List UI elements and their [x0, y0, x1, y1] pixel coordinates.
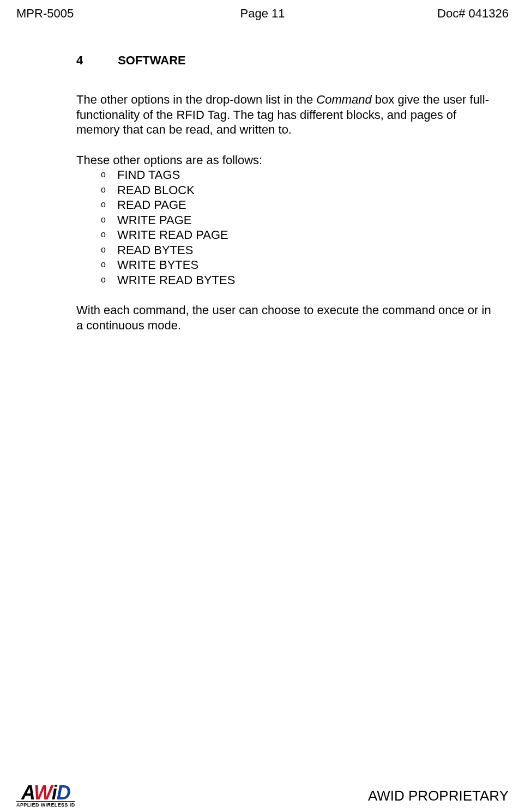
awid-logo: AWiD APPLIED WIRELESS ID: [16, 784, 75, 808]
list-item: WRITE PAGE: [101, 213, 495, 228]
page-footer: AWiD APPLIED WIRELESS ID AWID PROPRIETAR…: [16, 784, 509, 808]
options-list: FIND TAGS READ BLOCK READ PAGE WRITE PAG…: [76, 167, 495, 287]
list-item: WRITE READ PAGE: [101, 227, 495, 243]
header-right: Doc# 041326: [437, 7, 509, 21]
header-center: Page 11: [240, 7, 285, 21]
section-title-text: SOFTWARE: [118, 53, 186, 67]
header-left: MPR-5005: [16, 7, 74, 21]
paragraph-2: With each command, the user can choose t…: [76, 303, 495, 333]
document-body: 4 SOFTWARE The other options in the drop…: [16, 53, 509, 333]
list-item: WRITE BYTES: [101, 257, 495, 273]
logo-main-text: AWiD: [21, 784, 70, 802]
list-item: READ PAGE: [101, 197, 495, 213]
section-number: 4: [76, 53, 114, 68]
list-item: READ BYTES: [101, 243, 495, 258]
paragraph-1: The other options in the drop-down list …: [76, 92, 495, 137]
proprietary-notice: AWID PROPRIETARY: [368, 787, 509, 808]
list-item: WRITE READ BYTES: [101, 273, 495, 288]
section-heading: 4 SOFTWARE: [76, 53, 495, 68]
para1-italic: Command: [316, 93, 371, 106]
list-item: READ BLOCK: [101, 183, 495, 198]
list-intro: These other options are as follows:: [76, 153, 495, 168]
logo-sub-text: APPLIED WIRELESS ID: [16, 801, 75, 808]
list-item: FIND TAGS: [101, 167, 495, 183]
page-header: MPR-5005 Page 11 Doc# 041326: [16, 5, 509, 21]
para1-pre: The other options in the drop-down list …: [76, 93, 316, 106]
